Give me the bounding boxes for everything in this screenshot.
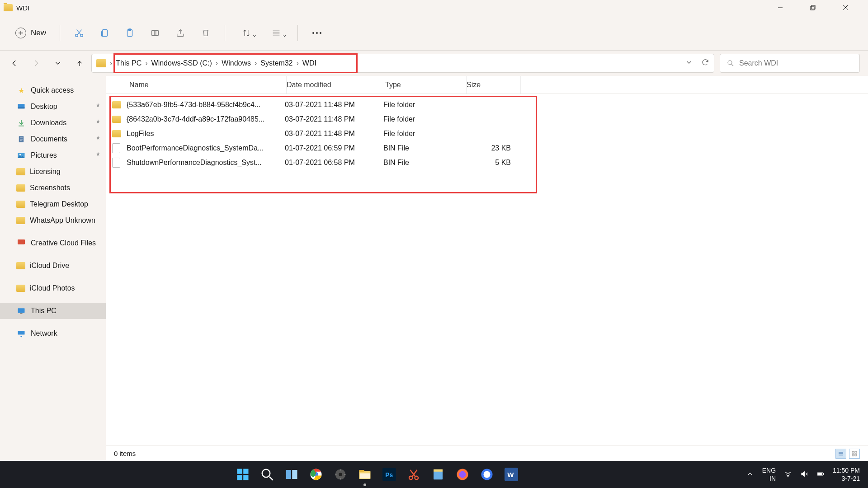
view-switcher: [835, 449, 860, 459]
taskbar-center: Ps W: [8, 465, 746, 483]
sidebar-item-thispc[interactable]: This PC: [0, 303, 106, 319]
search-box[interactable]: [720, 54, 860, 73]
folder-icon: [112, 101, 121, 108]
cut-icon[interactable]: [69, 23, 89, 43]
file-row[interactable]: {533a67eb-9fb5-473d-b884-958cf4b9c4...03…: [106, 98, 868, 112]
signal-icon[interactable]: [478, 465, 496, 483]
window-title: WDI: [16, 4, 29, 12]
file-row[interactable]: LogFiles03-07-2021 11:48 PMFile folder: [106, 127, 868, 141]
firefox-icon[interactable]: [453, 465, 472, 483]
thumbnails-view-button[interactable]: [849, 449, 860, 459]
nav-arrows: [8, 57, 86, 70]
breadcrumb-item[interactable]: This PC: [116, 59, 142, 67]
photoshop-icon[interactable]: Ps: [380, 465, 398, 483]
start-button[interactable]: [234, 465, 252, 483]
sidebar-label: WhatsApp Unknown: [30, 216, 95, 225]
more-button[interactable]: [307, 23, 327, 43]
explorer-icon[interactable]: [356, 465, 374, 483]
new-button[interactable]: New: [11, 25, 51, 41]
copy-icon[interactable]: [94, 23, 114, 43]
settings-icon[interactable]: [331, 465, 349, 483]
chrome-icon[interactable]: [307, 465, 325, 483]
svg-rect-31: [18, 308, 25, 313]
sort-indicator-icon: ⌃: [193, 76, 199, 81]
file-icon: [112, 158, 120, 168]
status-text: 0 items: [114, 450, 136, 457]
taskview-button[interactable]: [283, 465, 301, 483]
share-icon[interactable]: [170, 23, 190, 43]
breadcrumb-item[interactable]: WDI: [302, 59, 316, 67]
column-size[interactable]: Size: [467, 76, 521, 94]
sidebar-item-desktop[interactable]: Desktop: [0, 99, 106, 115]
chevron-right-icon: ›: [110, 59, 112, 67]
sidebar-label: iCloud Drive: [30, 262, 69, 270]
snip-icon[interactable]: [405, 465, 423, 483]
sort-button[interactable]: [234, 23, 259, 43]
sidebar-item-folder[interactable]: Telegram Desktop: [0, 196, 106, 212]
minimize-button[interactable]: [770, 1, 790, 14]
refresh-button[interactable]: [701, 58, 709, 68]
sidebar-label: Desktop: [31, 103, 57, 111]
forward-button[interactable]: [30, 57, 42, 70]
pc-icon: [16, 306, 26, 316]
view-button[interactable]: [264, 23, 288, 43]
paste-icon[interactable]: [120, 23, 140, 43]
clock[interactable]: 11:50 PM3-7-21: [833, 466, 860, 483]
delete-icon[interactable]: [196, 23, 216, 43]
tray-expand-button[interactable]: [746, 470, 754, 479]
close-button[interactable]: [835, 1, 855, 14]
word-icon[interactable]: W: [502, 465, 520, 483]
svg-rect-14: [152, 30, 156, 35]
column-headers: Name ⌃ Date modified Type Size: [106, 76, 868, 94]
file-row[interactable]: ShutdownPerformanceDiagnostics_Syst...01…: [106, 155, 868, 170]
svg-rect-43: [243, 469, 248, 474]
column-type[interactable]: Type: [385, 76, 467, 94]
sidebar-item-folder[interactable]: WhatsApp Unknown: [0, 212, 106, 229]
dropdown-button[interactable]: [685, 58, 693, 68]
sidebar-item-icloud-photos[interactable]: iCloud Photos: [0, 280, 106, 296]
recent-button[interactable]: [52, 57, 64, 70]
sidebar-item-network[interactable]: Network: [0, 325, 106, 342]
up-button[interactable]: [73, 57, 86, 70]
search-input[interactable]: [739, 59, 853, 67]
battery-icon[interactable]: [816, 470, 825, 479]
sidebar-label: Screenshots: [30, 184, 70, 192]
sidebar-item-pictures[interactable]: Pictures: [0, 147, 106, 164]
svg-point-53: [339, 473, 342, 476]
folder-icon: [16, 201, 25, 208]
column-name[interactable]: Name ⌃: [112, 76, 287, 94]
breadcrumb-item[interactable]: System32: [260, 59, 292, 67]
sidebar-item-folder[interactable]: Licensing: [0, 164, 106, 180]
rename-icon[interactable]: [145, 23, 165, 43]
notepad-icon[interactable]: [429, 465, 447, 483]
chevron-right-icon: ›: [297, 59, 299, 67]
sidebar-item-icloud[interactable]: iCloud Drive: [0, 258, 106, 274]
file-type: File folder: [383, 115, 465, 123]
column-date[interactable]: Date modified: [287, 76, 385, 94]
wifi-icon[interactable]: [784, 470, 792, 479]
folder-icon: [112, 116, 121, 123]
svg-point-71: [788, 476, 788, 477]
addressbar[interactable]: › This PC › Windows-SSD (C:) › Windows ›…: [91, 54, 714, 73]
file-row[interactable]: BootPerformanceDiagnostics_SystemDa...01…: [106, 141, 868, 155]
back-button[interactable]: [8, 57, 21, 70]
svg-rect-44: [237, 475, 242, 480]
svg-point-68: [483, 471, 490, 478]
sidebar-quick-access[interactable]: ★ Quick access: [0, 82, 106, 99]
file-row[interactable]: {86432a0b-3c7d-4ddf-a89c-172faa90485...0…: [106, 112, 868, 127]
sidebar-item-cc[interactable]: Creative Cloud Files: [0, 235, 106, 251]
details-view-button[interactable]: [835, 449, 846, 459]
volume-icon[interactable]: [800, 470, 808, 479]
file-name: ShutdownPerformanceDiagnostics_Syst...: [123, 159, 285, 167]
sidebar-item-downloads[interactable]: Downloads: [0, 115, 106, 131]
sidebar-item-documents[interactable]: Documents: [0, 131, 106, 147]
breadcrumb-item[interactable]: Windows: [222, 59, 251, 67]
maximize-button[interactable]: [803, 1, 823, 14]
svg-rect-56: [360, 474, 370, 479]
sidebar-label: Network: [31, 329, 57, 338]
language-indicator[interactable]: ENGIN: [762, 466, 776, 483]
navbar: › This PC › Windows-SSD (C:) › Windows ›…: [0, 51, 868, 76]
sidebar-item-folder[interactable]: Screenshots: [0, 180, 106, 196]
breadcrumb-item[interactable]: Windows-SSD (C:): [151, 59, 212, 67]
search-button[interactable]: [258, 465, 276, 483]
